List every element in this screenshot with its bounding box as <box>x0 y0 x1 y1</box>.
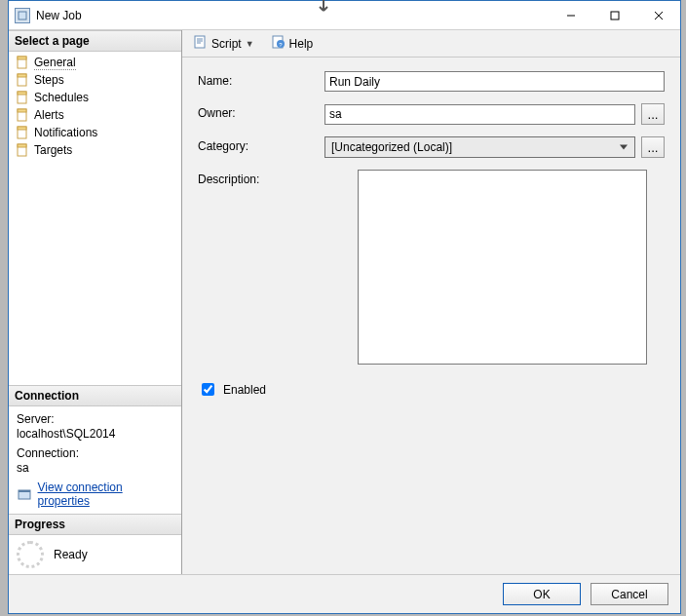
titlebar: New Job <box>9 1 680 30</box>
script-label: Script <box>211 37 242 51</box>
form: Name: Owner: ... Category: <box>182 58 680 574</box>
category-label: Category: <box>198 136 324 153</box>
enabled-checkbox[interactable] <box>202 383 214 396</box>
page-icon <box>15 142 30 158</box>
new-job-window: New Job Select a page General <box>8 0 681 614</box>
sidebar-item-label: Alerts <box>34 108 64 122</box>
svg-rect-19 <box>195 36 205 48</box>
svg-rect-16 <box>18 144 26 147</box>
connection-properties-icon <box>17 486 32 502</box>
close-button[interactable] <box>636 1 680 29</box>
sidebar-item-alerts[interactable]: Alerts <box>9 106 181 124</box>
sidebar-item-steps[interactable]: Steps <box>9 71 181 89</box>
app-icon <box>15 8 30 23</box>
body: Select a page General Steps <box>9 30 680 574</box>
svg-rect-18 <box>19 490 30 492</box>
connection-value: sa <box>17 461 173 475</box>
progress-status: Ready <box>54 548 88 561</box>
main-panel: Script ▼ ? Help Name: <box>182 30 680 574</box>
sidebar-item-label: General <box>34 56 76 70</box>
script-icon <box>194 35 208 52</box>
script-button[interactable]: Script ▼ <box>190 33 258 54</box>
progress-body: Ready <box>9 535 181 574</box>
name-input[interactable] <box>324 71 665 92</box>
sidebar-item-general[interactable]: General <box>9 54 181 71</box>
owner-label: Owner: <box>198 103 324 120</box>
window-title: New Job <box>36 9 549 22</box>
sidebar-item-label: Notifications <box>34 126 97 139</box>
ok-button[interactable]: OK <box>503 583 581 605</box>
sidebar: Select a page General Steps <box>9 30 182 574</box>
sidebar-item-notifications[interactable]: Notifications <box>9 124 181 141</box>
sidebar-item-targets[interactable]: Targets <box>9 141 181 159</box>
connection-body: Server: localhost\SQL2014 Connection: sa… <box>9 406 181 514</box>
progress-spinner-icon <box>17 541 44 568</box>
description-textarea[interactable] <box>358 170 647 365</box>
description-label: Description: <box>198 170 324 186</box>
toolbar: Script ▼ ? Help <box>182 30 680 58</box>
svg-rect-6 <box>18 57 26 59</box>
name-label: Name: <box>198 71 324 88</box>
svg-rect-14 <box>18 127 26 130</box>
page-icon <box>15 72 30 88</box>
help-label: Help <box>289 37 314 51</box>
page-icon <box>15 55 30 70</box>
connection-label: Connection: <box>17 446 173 460</box>
owner-input[interactable] <box>324 104 635 125</box>
view-connection-properties-link[interactable]: View connection properties <box>38 481 173 508</box>
nav-list: General Steps Schedules <box>9 52 181 385</box>
sidebar-item-label: Schedules <box>34 91 89 104</box>
sidebar-item-label: Targets <box>34 143 72 157</box>
svg-rect-8 <box>18 74 26 77</box>
select-page-header: Select a page <box>9 30 181 52</box>
help-button[interactable]: ? Help <box>268 33 318 54</box>
progress-header: Progress <box>9 514 181 535</box>
category-browse-button[interactable]: ... <box>641 136 665 158</box>
page-icon <box>15 90 30 105</box>
help-icon: ? <box>272 35 286 52</box>
svg-rect-12 <box>18 109 26 112</box>
footer: OK Cancel <box>9 574 680 613</box>
svg-rect-10 <box>18 92 26 95</box>
connection-header: Connection <box>9 385 181 406</box>
svg-rect-0 <box>19 12 26 19</box>
sidebar-item-label: Steps <box>34 73 64 87</box>
svg-rect-2 <box>611 12 619 19</box>
page-icon <box>15 107 30 123</box>
cancel-button[interactable]: Cancel <box>591 583 668 605</box>
maximize-button[interactable] <box>592 1 636 29</box>
owner-browse-button[interactable]: ... <box>641 103 665 125</box>
server-value: localhost\SQL2014 <box>17 427 173 441</box>
server-label: Server: <box>17 412 173 426</box>
page-icon <box>15 125 30 140</box>
enabled-label: Enabled <box>223 383 266 397</box>
minimize-button[interactable] <box>549 1 592 29</box>
category-select[interactable]: [Uncategorized (Local)] <box>324 136 635 158</box>
window-controls <box>549 1 680 29</box>
chevron-down-icon: ▼ <box>246 39 254 49</box>
sidebar-item-schedules[interactable]: Schedules <box>9 89 181 106</box>
